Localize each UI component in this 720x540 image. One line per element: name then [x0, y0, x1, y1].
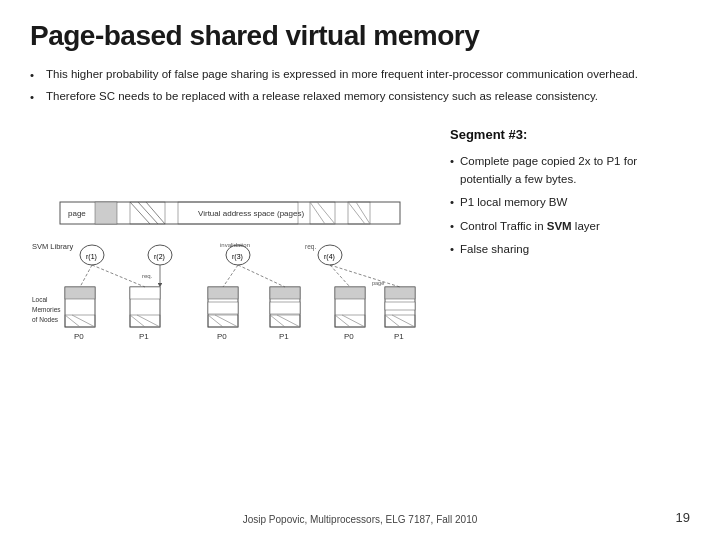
svg-rect-36	[130, 287, 160, 299]
segment-bullet-3: • Control Traffic in SVM layer	[450, 217, 690, 235]
svg-line-68	[385, 315, 400, 327]
svg-rect-59	[335, 315, 365, 327]
seg-text-3: Control Traffic in SVM layer	[460, 217, 600, 235]
svg-rect-46	[208, 315, 238, 327]
slide-page: Page-based shared virtual memory • This …	[0, 0, 720, 540]
svg-text:P0: P0	[74, 332, 84, 341]
bullet-dot-2: •	[30, 89, 40, 107]
svg-text:SVM Library: SVM Library	[32, 242, 74, 251]
svg-rect-2	[95, 202, 117, 224]
svg-rect-64	[385, 287, 415, 299]
svg-rect-53	[270, 315, 300, 327]
svg-rect-30	[65, 287, 95, 299]
diagram-svg: page Virtual address space (pages) SVM	[30, 197, 430, 427]
svg-text:P0: P0	[344, 332, 354, 341]
svg-text:of Nodes: of Nodes	[32, 316, 59, 323]
segment-title: Segment #3:	[450, 127, 690, 142]
svg-line-55	[277, 315, 300, 327]
svg-rect-37	[130, 315, 160, 327]
bullet-dot-1: •	[30, 67, 40, 85]
svg-text:invalidation: invalidation	[220, 242, 250, 248]
svg-line-11	[317, 202, 335, 224]
svg-line-71	[80, 265, 92, 287]
segment-bullet-2: • P1 local memory BW	[450, 193, 690, 211]
slide-title: Page-based shared virtual memory	[30, 20, 690, 52]
right-panel: Segment #3: • Complete page copied 2x to…	[440, 122, 690, 502]
svg-line-38	[130, 315, 145, 327]
svg-rect-12	[348, 202, 370, 224]
svg-text:r(1): r(1)	[86, 253, 97, 261]
svg-line-73	[223, 265, 238, 287]
svg-line-39	[137, 315, 160, 327]
page-number: 19	[676, 510, 690, 525]
svg-line-48	[215, 315, 238, 327]
svg-line-47	[208, 315, 223, 327]
svg-text:P0: P0	[217, 332, 227, 341]
svg-line-60	[335, 315, 350, 327]
svg-rect-31	[65, 315, 95, 327]
main-content: page Virtual address space (pages) SVM	[30, 122, 690, 502]
bullet-text-1: This higher probability of false page sh…	[46, 66, 638, 85]
svg-text:req.: req.	[142, 273, 153, 279]
svg-line-6	[146, 202, 165, 224]
svg-text:Local: Local	[32, 296, 48, 303]
svg-text:P1: P1	[394, 332, 404, 341]
svg-text:page: page	[68, 209, 86, 218]
svg-line-4	[130, 202, 150, 224]
svg-line-61	[342, 315, 365, 327]
svg-rect-45	[208, 302, 238, 314]
svg-text:r(4): r(4)	[324, 253, 335, 261]
svg-line-33	[72, 315, 95, 327]
svg-line-76	[330, 265, 400, 287]
svg-text:Virtual address space (pages): Virtual address space (pages)	[198, 209, 304, 218]
svg-text:r(2): r(2)	[154, 253, 165, 261]
seg-text-4: False sharing	[460, 240, 529, 258]
bullet-2: • Therefore SC needs to be replaced with…	[30, 88, 690, 107]
svg-line-14	[356, 202, 370, 224]
svg-rect-58	[335, 287, 365, 299]
segment-bullet-4: • False sharing	[450, 240, 690, 258]
svg-text:Memories: Memories	[32, 306, 61, 313]
svg-line-54	[270, 315, 285, 327]
intro-bullets: • This higher probability of false page …	[30, 66, 690, 110]
svg-text:P1: P1	[279, 332, 289, 341]
seg-dot-4: •	[450, 240, 454, 258]
svg-line-13	[348, 202, 365, 224]
svg-rect-51	[270, 287, 300, 299]
svg-text:r(3): r(3)	[232, 253, 243, 261]
svg-rect-65	[385, 302, 415, 310]
svg-rect-67	[385, 315, 415, 327]
seg-dot-1: •	[450, 152, 454, 189]
svg-line-32	[65, 315, 80, 327]
svg-text:P1: P1	[139, 332, 149, 341]
svg-text:page: page	[372, 280, 384, 286]
bullet-text-2: Therefore SC needs to be replaced with a…	[46, 88, 598, 107]
svg-rect-44	[208, 287, 238, 299]
segment-bullets: • Complete page copied 2x to P1 for pote…	[450, 152, 690, 264]
svg-line-69	[392, 315, 415, 327]
svg-line-72	[92, 265, 145, 287]
seg-text-2: P1 local memory BW	[460, 193, 567, 211]
bullet-1: • This higher probability of false page …	[30, 66, 690, 85]
seg-dot-2: •	[450, 193, 454, 211]
svg-line-5	[138, 202, 158, 224]
svg-text:req.: req.	[305, 243, 316, 251]
footer-text: Josip Popovic, Multiprocessors, ELG 7187…	[30, 510, 690, 525]
seg-text-1: Complete page copied 2x to P1 for potent…	[460, 152, 690, 189]
svg-rect-52	[270, 302, 300, 314]
svg-rect-3	[130, 202, 165, 224]
svg-line-10	[310, 202, 325, 224]
svg-line-74	[238, 265, 285, 287]
segment-bullet-1: • Complete page copied 2x to P1 for pote…	[450, 152, 690, 189]
seg-dot-3: •	[450, 217, 454, 235]
diagram-area: page Virtual address space (pages) SVM	[30, 122, 430, 502]
